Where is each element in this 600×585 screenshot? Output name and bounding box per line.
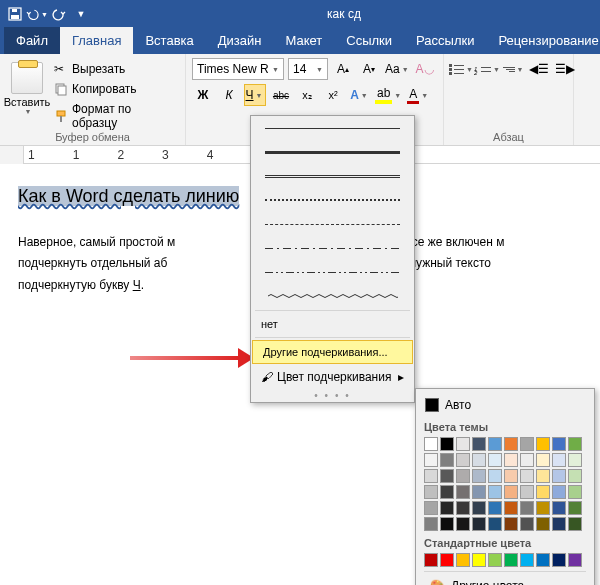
- bold-button[interactable]: Ж: [192, 84, 214, 106]
- color-swatch[interactable]: [536, 469, 550, 483]
- clear-formatting-button[interactable]: A◡: [414, 58, 436, 80]
- color-swatch[interactable]: [520, 517, 534, 531]
- color-swatch[interactable]: [424, 501, 438, 515]
- change-case-button[interactable]: Aa▼: [384, 58, 410, 80]
- subscript-button[interactable]: x₂: [296, 84, 318, 106]
- color-swatch[interactable]: [472, 437, 486, 451]
- color-swatch[interactable]: [520, 437, 534, 451]
- font-color-button[interactable]: A▼: [406, 84, 429, 106]
- color-swatch[interactable]: [504, 453, 518, 467]
- color-swatch[interactable]: [552, 453, 566, 467]
- underline-style-single[interactable]: [251, 116, 414, 140]
- tab-layout[interactable]: Макет: [273, 27, 334, 54]
- color-swatch[interactable]: [440, 501, 454, 515]
- tab-insert[interactable]: Вставка: [133, 27, 205, 54]
- color-swatch[interactable]: [472, 553, 486, 567]
- tab-mailings[interactable]: Рассылки: [404, 27, 486, 54]
- color-swatch[interactable]: [536, 485, 550, 499]
- color-swatch[interactable]: [552, 437, 566, 451]
- color-swatch[interactable]: [440, 469, 454, 483]
- font-name-selector[interactable]: Times New R▼: [192, 58, 284, 80]
- font-size-selector[interactable]: 14▼: [288, 58, 328, 80]
- text-effects-button[interactable]: A▼: [348, 84, 370, 106]
- color-swatch[interactable]: [440, 485, 454, 499]
- color-swatch[interactable]: [520, 469, 534, 483]
- color-swatch[interactable]: [536, 553, 550, 567]
- underline-color-submenu[interactable]: 🖌Цвет подчеркивания ▸: [251, 365, 414, 389]
- save-icon[interactable]: [4, 3, 26, 25]
- highlight-button[interactable]: ab▼: [374, 84, 402, 106]
- color-swatch[interactable]: [552, 553, 566, 567]
- undo-icon[interactable]: ▼: [26, 3, 48, 25]
- color-swatch[interactable]: [536, 517, 550, 531]
- color-swatch[interactable]: [456, 553, 470, 567]
- multilevel-button[interactable]: ▼: [502, 58, 524, 80]
- color-swatch[interactable]: [552, 485, 566, 499]
- color-swatch[interactable]: [488, 453, 502, 467]
- tab-home[interactable]: Главная: [60, 27, 133, 54]
- increase-indent-button[interactable]: ☰▶: [554, 58, 576, 80]
- tab-design[interactable]: Дизайн: [206, 27, 274, 54]
- color-swatch[interactable]: [456, 469, 470, 483]
- color-swatch[interactable]: [568, 485, 582, 499]
- superscript-button[interactable]: x²: [322, 84, 344, 106]
- color-swatch[interactable]: [424, 453, 438, 467]
- tab-file[interactable]: Файл: [4, 27, 60, 54]
- color-swatch[interactable]: [488, 485, 502, 499]
- color-swatch[interactable]: [488, 437, 502, 451]
- color-swatch[interactable]: [456, 485, 470, 499]
- color-swatch[interactable]: [472, 453, 486, 467]
- underline-style-dashed[interactable]: [251, 212, 414, 236]
- numbering-button[interactable]: 12▼: [476, 58, 498, 80]
- more-underlines-button[interactable]: Другие подчеркивания...: [252, 340, 413, 364]
- color-swatch[interactable]: [552, 517, 566, 531]
- shrink-font-button[interactable]: A▾: [358, 58, 380, 80]
- format-painter-button[interactable]: Формат по образцу: [52, 100, 179, 132]
- color-swatch[interactable]: [520, 453, 534, 467]
- color-swatch[interactable]: [504, 517, 518, 531]
- paste-button[interactable]: Вставить ▼: [6, 58, 48, 132]
- color-swatch[interactable]: [568, 453, 582, 467]
- color-swatch[interactable]: [568, 469, 582, 483]
- color-swatch[interactable]: [568, 501, 582, 515]
- color-swatch[interactable]: [424, 485, 438, 499]
- tab-references[interactable]: Ссылки: [334, 27, 404, 54]
- qat-customize-icon[interactable]: ▼: [70, 3, 92, 25]
- bullets-button[interactable]: ▼: [450, 58, 472, 80]
- color-swatch[interactable]: [488, 469, 502, 483]
- color-swatch[interactable]: [488, 501, 502, 515]
- color-swatch[interactable]: [424, 553, 438, 567]
- color-swatch[interactable]: [488, 553, 502, 567]
- color-swatch[interactable]: [424, 469, 438, 483]
- color-swatch[interactable]: [456, 453, 470, 467]
- underline-style-dotted[interactable]: [251, 188, 414, 212]
- color-swatch[interactable]: [552, 501, 566, 515]
- decrease-indent-button[interactable]: ◀☰: [528, 58, 550, 80]
- color-swatch[interactable]: [472, 517, 486, 531]
- color-swatch[interactable]: [440, 517, 454, 531]
- color-swatch[interactable]: [504, 437, 518, 451]
- more-colors-button[interactable]: 🎨Другие цвета...: [420, 574, 590, 585]
- color-swatch[interactable]: [456, 437, 470, 451]
- color-swatch[interactable]: [536, 437, 550, 451]
- color-swatch[interactable]: [440, 437, 454, 451]
- color-swatch[interactable]: [536, 501, 550, 515]
- color-swatch[interactable]: [520, 485, 534, 499]
- color-swatch[interactable]: [568, 553, 582, 567]
- color-swatch[interactable]: [424, 517, 438, 531]
- color-swatch[interactable]: [552, 469, 566, 483]
- grow-font-button[interactable]: A▴: [332, 58, 354, 80]
- color-swatch[interactable]: [568, 437, 582, 451]
- copy-button[interactable]: Копировать: [52, 80, 179, 98]
- underline-none[interactable]: нет: [251, 313, 414, 335]
- color-swatch[interactable]: [488, 517, 502, 531]
- color-swatch[interactable]: [536, 453, 550, 467]
- strikethrough-button[interactable]: abc: [270, 84, 292, 106]
- underline-style-thick[interactable]: [251, 140, 414, 164]
- color-swatch[interactable]: [456, 501, 470, 515]
- underline-style-dot-dash[interactable]: [251, 236, 414, 260]
- color-swatch[interactable]: [456, 517, 470, 531]
- cut-button[interactable]: ✂Вырезать: [52, 60, 179, 78]
- underline-style-wave[interactable]: [251, 284, 414, 308]
- auto-color-button[interactable]: Авто: [420, 393, 590, 417]
